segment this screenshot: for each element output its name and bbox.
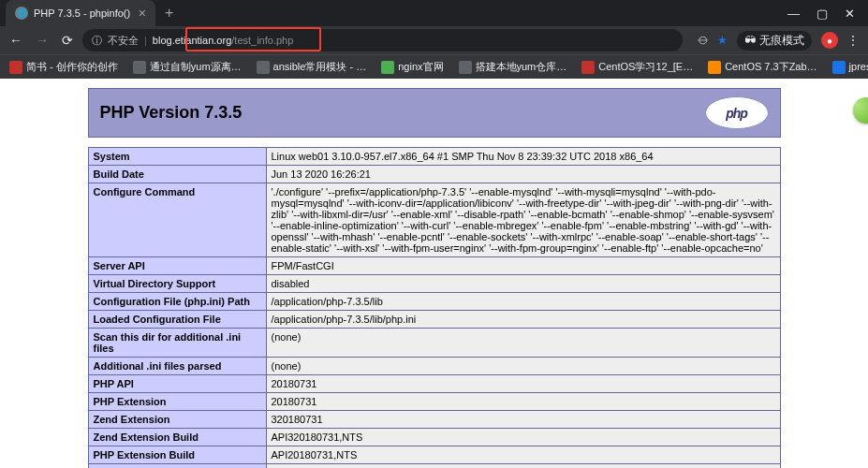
window-controls: — ▢ ✕ — [787, 7, 868, 21]
url-text: blog.etiantian.org/test_info.php — [153, 35, 293, 46]
bookmark-label: CentOS 7.3下Zab… — [725, 60, 817, 74]
info-key: Build Date — [88, 166, 266, 183]
favorite-icon[interactable]: ★ — [717, 34, 728, 47]
side-extension-badge[interactable] — [853, 97, 868, 124]
info-key: Loaded Configuration File — [88, 311, 266, 329]
bookmark-favicon-icon — [133, 61, 146, 74]
incognito-label: 无痕模式 — [759, 33, 804, 49]
table-row: SystemLinux web01 3.10.0-957.el7.x86_64 … — [88, 148, 780, 166]
bookmark-favicon-icon — [381, 61, 394, 74]
info-value: /application/php-7.3.5/lib — [266, 293, 780, 311]
forward-button[interactable]: → — [36, 33, 49, 48]
info-key: Additional .ini files parsed — [88, 358, 266, 375]
translate-icon[interactable]: ⦵ — [698, 34, 708, 47]
bookmark-label: CentOS学习12_[E… — [598, 60, 693, 74]
bookmark-item[interactable]: nginx官网 — [381, 60, 443, 74]
table-row: PHP API20180731 — [88, 375, 780, 393]
table-row: Loaded Configuration File/application/ph… — [88, 311, 780, 329]
info-value: (none) — [266, 329, 780, 358]
bookmark-item[interactable]: jpress-配合nginx… — [832, 60, 868, 74]
phpinfo-table: SystemLinux web01 3.10.0-957.el7.x86_64 … — [88, 147, 781, 468]
info-value: no — [266, 464, 780, 469]
info-key: Server API — [88, 257, 266, 275]
bookmark-item[interactable]: CentOS 7.3下Zab… — [708, 60, 817, 74]
bookmark-label: ansible常用模块 - … — [273, 60, 367, 74]
bookmark-label: 简书 - 创作你的创作 — [26, 60, 118, 74]
menu-icon[interactable]: ⋮ — [847, 34, 859, 47]
extension-icon[interactable]: ● — [821, 32, 838, 49]
info-key: Debug Build — [88, 464, 266, 469]
bookmark-label: 通过自制yum源离… — [150, 60, 242, 74]
tab-title: PHP 7.3.5 - phpinfo() — [34, 7, 130, 19]
info-key: Scan this dir for additional .ini files — [88, 329, 266, 358]
table-row: Debug Buildno — [88, 464, 780, 469]
bookmark-item[interactable]: CentOS学习12_[E… — [581, 60, 693, 74]
info-value: './configure' '--prefix=/application/php… — [266, 183, 780, 257]
table-row: Build DateJun 13 2020 16:26:21 — [88, 166, 780, 183]
info-key: Zend Extension — [88, 411, 266, 429]
bookmark-favicon-icon — [832, 61, 846, 74]
new-tab-button[interactable]: + — [155, 5, 183, 22]
info-key: Virtual Directory Support — [88, 275, 266, 293]
info-key: System — [88, 148, 266, 166]
browser-navbar: ← → ⟳ ⓘ 不安全 | blog.etiantian.org/test_in… — [0, 26, 868, 54]
phpinfo-header: PHP Version 7.3.5 php — [88, 88, 781, 138]
bookmark-item[interactable]: 搭建本地yum仓库… — [459, 60, 567, 74]
info-key: PHP Extension Build — [88, 446, 266, 464]
bookmark-item[interactable]: ansible常用模块 - … — [257, 60, 367, 74]
incognito-badge[interactable]: 🕶 无痕模式 — [737, 31, 812, 51]
table-row: Virtual Directory Supportdisabled — [88, 275, 780, 293]
bookmark-favicon-icon — [708, 61, 721, 74]
info-value: Linux web01 3.10.0-957.el7.x86_64 #1 SMP… — [266, 148, 780, 166]
page-viewport[interactable]: PHP Version 7.3.5 php SystemLinux web01 … — [0, 79, 868, 468]
bookmark-label: nginx官网 — [398, 60, 443, 74]
bookmark-favicon-icon — [581, 61, 595, 74]
info-value: /application/php-7.3.5/lib/php.ini — [266, 311, 780, 329]
bookmark-favicon-icon — [459, 61, 472, 74]
table-row: Configuration File (php.ini) Path/applic… — [88, 293, 780, 311]
bookmark-favicon-icon — [9, 61, 22, 74]
bookmark-item[interactable]: 简书 - 创作你的创作 — [9, 60, 118, 74]
info-value: Jun 13 2020 16:26:21 — [266, 166, 780, 183]
address-bar[interactable]: ⓘ 不安全 | blog.etiantian.org/test_info.php — [82, 29, 683, 51]
info-key: PHP API — [88, 375, 266, 393]
php-logo: php — [705, 96, 769, 129]
info-key: Zend Extension Build — [88, 429, 266, 446]
table-row: Server APIFPM/FastCGI — [88, 257, 780, 275]
incognito-icon: 🕶 — [744, 34, 756, 47]
reload-button[interactable]: ⟳ — [62, 33, 73, 48]
info-key: PHP Extension — [88, 393, 266, 411]
minimize-button[interactable]: — — [787, 7, 800, 21]
info-value: disabled — [266, 275, 780, 293]
info-value: API320180731,NTS — [266, 429, 780, 446]
page-title: PHP Version 7.3.5 — [100, 103, 243, 123]
info-value: 20180731 — [266, 393, 780, 411]
table-row: Zend Extension BuildAPI320180731,NTS — [88, 429, 780, 446]
bookmark-item[interactable]: 通过自制yum源离… — [133, 60, 242, 74]
close-icon[interactable]: × — [139, 6, 146, 21]
bookmark-favicon-icon — [257, 61, 270, 74]
browser-titlebar: 🌐 PHP 7.3.5 - phpinfo() × + — ▢ ✕ — [0, 0, 868, 26]
close-window-button[interactable]: ✕ — [845, 7, 855, 21]
security-label: 不安全 — [108, 34, 139, 48]
bookmark-label: jpress-配合nginx… — [849, 60, 868, 74]
table-row: Scan this dir for additional .ini files(… — [88, 329, 780, 358]
info-value: FPM/FastCGI — [266, 257, 780, 275]
maximize-button[interactable]: ▢ — [817, 7, 828, 21]
phpinfo-page: PHP Version 7.3.5 php SystemLinux web01 … — [88, 88, 781, 468]
table-row: Additional .ini files parsed(none) — [88, 358, 780, 375]
info-value: 20180731 — [266, 375, 780, 393]
info-key: Configure Command — [88, 183, 266, 257]
globe-icon: 🌐 — [15, 7, 28, 20]
back-button[interactable]: ← — [9, 33, 22, 48]
bookmark-label: 搭建本地yum仓库… — [476, 60, 567, 74]
table-row: PHP Extension20180731 — [88, 393, 780, 411]
info-icon[interactable]: ⓘ — [92, 34, 102, 48]
bookmarks-bar: 简书 - 创作你的创作 通过自制yum源离… ansible常用模块 - … n… — [0, 54, 868, 79]
info-key: Configuration File (php.ini) Path — [88, 293, 266, 311]
info-value: (none) — [266, 358, 780, 375]
browser-tab[interactable]: 🌐 PHP 7.3.5 - phpinfo() × — [6, 0, 155, 26]
table-row: Configure Command'./configure' '--prefix… — [88, 183, 780, 257]
nav-arrows: ← → ⟳ — [9, 33, 73, 48]
info-value: 320180731 — [266, 411, 780, 429]
